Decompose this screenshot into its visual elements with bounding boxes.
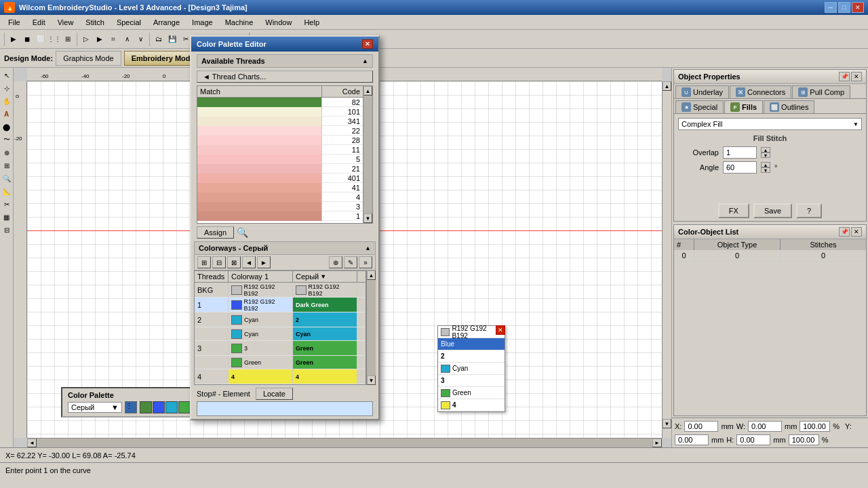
toolbar-btn-7[interactable]: ▶ bbox=[94, 33, 106, 45]
locate-btn[interactable]: Locate bbox=[256, 388, 293, 400]
menu-edit[interactable]: Edit bbox=[27, 16, 51, 29]
colorways-collapse[interactable]: ▲ bbox=[365, 245, 371, 251]
tool-zoom[interactable]: 🔍 bbox=[1, 172, 13, 184]
cw-btn-more[interactable]: » bbox=[359, 256, 372, 268]
thread-row-10[interactable]: 41 bbox=[197, 183, 363, 192]
cw-btn-1[interactable]: ⊞ bbox=[197, 256, 211, 268]
y-input[interactable] bbox=[675, 434, 709, 445]
save-btn[interactable]: Save bbox=[753, 203, 792, 218]
vscroll-down[interactable]: ▼ bbox=[663, 419, 671, 428]
dialog-close-btn[interactable]: ✕ bbox=[362, 39, 373, 49]
toolbar-btn-3[interactable]: ⬜ bbox=[35, 33, 47, 45]
palette-dropdown[interactable]: Серый ▼ bbox=[68, 402, 122, 413]
h-input[interactable] bbox=[736, 434, 770, 445]
fill-type-dropdown[interactable]: Complex Fill ▼ bbox=[678, 118, 862, 130]
tool-misc[interactable]: ⊟ bbox=[1, 224, 13, 236]
tool-pan[interactable]: ✋ bbox=[1, 95, 13, 107]
col-close-btn[interactable]: ✕ bbox=[851, 227, 862, 237]
stop-input[interactable] bbox=[197, 401, 373, 416]
cw-th-dropdown-icon[interactable]: ▼ bbox=[320, 273, 326, 280]
menu-machine[interactable]: Machine bbox=[220, 16, 259, 29]
thread-row-2[interactable]: 101 bbox=[197, 107, 363, 117]
canvas-hscrollbar[interactable]: ◄ ► bbox=[27, 438, 662, 447]
menu-stitch[interactable]: Stitch bbox=[80, 16, 110, 29]
thread-row-9[interactable]: 401 bbox=[197, 174, 363, 183]
tool-transform[interactable]: ⊞ bbox=[1, 159, 13, 171]
thread-row-12[interactable]: 3 bbox=[197, 202, 363, 211]
thread-row-3[interactable]: 341 bbox=[197, 117, 363, 126]
menu-arrange[interactable]: Arrange bbox=[148, 16, 185, 29]
tool-layer[interactable]: ▦ bbox=[1, 211, 13, 223]
tab-pull-comp[interactable]: ⊞ Pull Comp bbox=[792, 85, 850, 98]
toolbar-btn-9[interactable]: ∧ bbox=[121, 33, 133, 45]
toolbar-btn-8[interactable]: ⌗ bbox=[107, 33, 119, 45]
cw-popup-row-2[interactable]: Blue bbox=[438, 338, 505, 350]
tab-special[interactable]: ★ Special bbox=[675, 100, 724, 113]
pct2-input[interactable] bbox=[789, 434, 819, 445]
cw-popup-row-1[interactable]: R192 G192 B192 bbox=[438, 326, 505, 338]
hscroll-track[interactable] bbox=[37, 439, 652, 447]
cw-btn-add[interactable]: ⊕ bbox=[329, 256, 342, 268]
palette-color-3[interactable] bbox=[165, 401, 178, 413]
thread-row-13[interactable]: 1 bbox=[197, 211, 363, 221]
cw-popup-row-3[interactable]: 2 bbox=[438, 350, 505, 363]
menu-window[interactable]: Window bbox=[260, 16, 297, 29]
tab-fills[interactable]: F Fills bbox=[724, 100, 763, 113]
cw-vscrollbar[interactable]: ▲ ▼ bbox=[366, 270, 376, 385]
palette-color-2[interactable] bbox=[153, 401, 165, 413]
x-input[interactable] bbox=[684, 421, 718, 432]
tool-crop[interactable]: ✂ bbox=[1, 198, 13, 210]
cw-popup-row-6[interactable]: Green bbox=[438, 387, 505, 399]
cw-scroll-track[interactable] bbox=[367, 280, 376, 375]
graphics-mode-btn[interactable]: Graphics Mode bbox=[56, 51, 121, 66]
toolbar-btn-4[interactable]: ⋮⋮ bbox=[48, 33, 60, 45]
tool-measure[interactable]: 📐 bbox=[1, 185, 13, 197]
assign-btn[interactable]: Assign bbox=[197, 226, 234, 239]
menu-special[interactable]: Special bbox=[111, 16, 146, 29]
thread-scroll-up[interactable]: ▲ bbox=[363, 86, 372, 96]
tab-underlay[interactable]: U Underlay bbox=[675, 85, 729, 98]
thread-vscrollbar[interactable]: ▲ ▼ bbox=[363, 86, 372, 223]
thread-row-7[interactable]: 5 bbox=[197, 155, 363, 164]
cw-popup-row-7[interactable]: 4 bbox=[438, 399, 505, 411]
hscroll-right[interactable]: ► bbox=[652, 439, 662, 447]
col-pin-btn[interactable]: 📌 bbox=[839, 227, 850, 237]
overlap-down[interactable]: ▼ bbox=[761, 152, 770, 158]
menu-image[interactable]: Image bbox=[186, 16, 218, 29]
tool-stitch[interactable]: 〜 bbox=[1, 134, 13, 146]
hscroll-left[interactable]: ◄ bbox=[27, 439, 37, 447]
tool-text[interactable]: A bbox=[1, 108, 13, 120]
tool-object[interactable]: ⊕ bbox=[1, 146, 13, 159]
menu-file[interactable]: File bbox=[3, 16, 26, 29]
search-icon[interactable]: 🔍 bbox=[237, 227, 248, 238]
cw-popup-row-5[interactable]: 3 bbox=[438, 375, 505, 387]
panel-pin-btn[interactable]: 📌 bbox=[839, 72, 850, 81]
cw-popup-close[interactable]: ✕ bbox=[496, 325, 505, 335]
overlap-up[interactable]: ▲ bbox=[761, 147, 770, 152]
thread-row-4[interactable]: 22 bbox=[197, 126, 363, 136]
cw-scroll-down[interactable]: ▼ bbox=[367, 375, 376, 385]
toolbar-btn-11[interactable]: 🗂 bbox=[153, 33, 165, 45]
available-threads-collapse[interactable]: ▲ bbox=[362, 58, 368, 64]
menu-view[interactable]: View bbox=[52, 16, 79, 29]
minimize-btn[interactable]: ─ bbox=[825, 2, 837, 13]
close-app-btn[interactable]: ✕ bbox=[852, 2, 864, 13]
pct1-input[interactable] bbox=[800, 421, 830, 432]
toolbar-btn-6[interactable]: ▷ bbox=[80, 33, 92, 45]
thread-scroll-down[interactable]: ▼ bbox=[363, 214, 372, 223]
overlap-input[interactable] bbox=[723, 146, 757, 159]
toolbar-btn-12[interactable]: 💾 bbox=[166, 33, 178, 45]
cw-btn-edit[interactable]: ✎ bbox=[344, 256, 357, 268]
angle-down[interactable]: ▼ bbox=[761, 167, 770, 173]
w-input[interactable] bbox=[748, 421, 782, 432]
thread-charts-btn[interactable]: ◄ Thread Charts... bbox=[197, 70, 373, 83]
cw-scroll-up[interactable]: ▲ bbox=[367, 270, 376, 280]
vscroll-up[interactable]: ▲ bbox=[663, 81, 671, 91]
cw-popup-row-4[interactable]: Cyan bbox=[438, 363, 505, 375]
cw-btn-3[interactable]: ⊠ bbox=[227, 256, 241, 268]
palette-color-1[interactable] bbox=[140, 401, 152, 413]
toolbar-btn-5[interactable]: ⊞ bbox=[62, 33, 74, 45]
cw-btn-next[interactable]: ► bbox=[257, 256, 271, 268]
toolbar-btn-1[interactable]: ▶ bbox=[7, 33, 20, 45]
cw-btn-prev[interactable]: ◄ bbox=[242, 256, 256, 268]
